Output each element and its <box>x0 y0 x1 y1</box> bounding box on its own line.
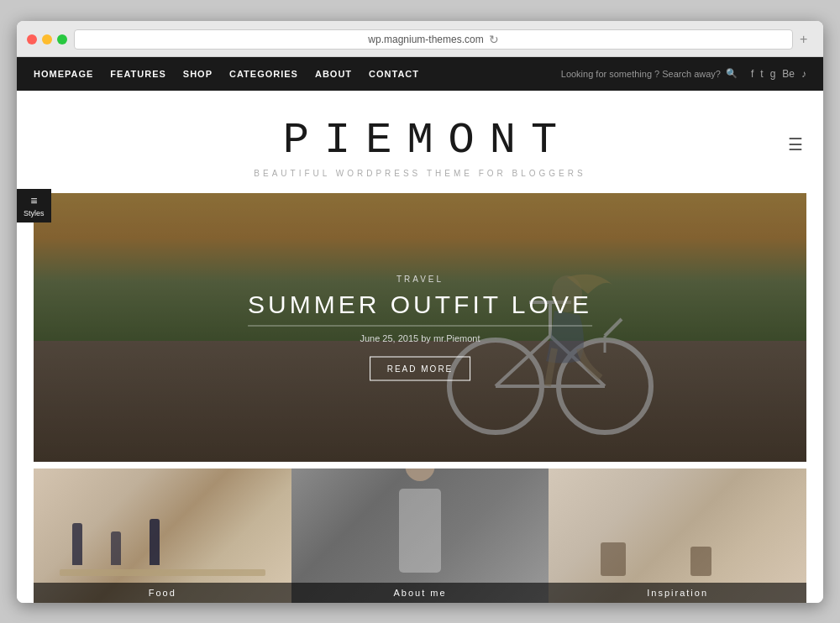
traffic-lights <box>27 34 67 44</box>
hero-content: TRAVEL SUMMER OUTFIT LOVE June 25, 2015 … <box>248 274 592 380</box>
site-header: PIEMONT BEAUTIFUL WORDPRESS THEME FOR BL… <box>17 91 823 186</box>
address-bar[interactable]: wp.magnium-themes.com ↻ <box>74 29 793 50</box>
hero-meta: June 25, 2015 by mr.Piemont <box>248 332 592 343</box>
hero-title: SUMMER OUTFIT LOVE <box>248 290 592 326</box>
nav-contact[interactable]: CONTACT <box>369 69 419 79</box>
facebook-icon[interactable]: f <box>751 68 753 80</box>
bottle-3 <box>150 519 160 565</box>
browser-chrome: wp.magnium-themes.com ↻ + <box>17 21 823 57</box>
person-figure <box>399 489 441 573</box>
site-title: PIEMONT <box>34 116 806 165</box>
nav-social: f t g Be ♪ <box>751 68 806 80</box>
behance-icon[interactable]: Be <box>782 68 795 80</box>
hamburger-menu-icon[interactable]: ☰ <box>788 134 803 154</box>
grid-label-about: About me <box>291 583 549 603</box>
refresh-icon[interactable]: ↻ <box>489 33 499 46</box>
chair-shape <box>601 542 626 576</box>
close-button[interactable] <box>27 34 37 44</box>
new-tab-button[interactable]: + <box>800 32 813 47</box>
read-more-button[interactable]: READ MORE <box>370 356 471 380</box>
person-head <box>405 469 434 481</box>
nav-features[interactable]: FEATURES <box>110 69 165 79</box>
nav-categories[interactable]: CATEGORIES <box>229 69 298 79</box>
nav-search-area: Looking for something ? Search away? 🔍 <box>561 68 738 79</box>
url-text: wp.magnium-themes.com <box>368 34 483 45</box>
search-placeholder-text: Looking for something ? Search away? <box>561 69 721 79</box>
bottom-grid: Food About me Inspiration <box>34 469 806 603</box>
nav-bar: HOMEPAGE FEATURES SHOP CATEGORIES ABOUT … <box>17 57 823 91</box>
shelf-decor <box>60 569 265 576</box>
nav-links: HOMEPAGE FEATURES SHOP CATEGORIES ABOUT … <box>34 69 561 79</box>
twitter-icon[interactable]: t <box>760 68 763 80</box>
styles-widget[interactable]: ≡ Styles <box>17 189 51 222</box>
nav-homepage[interactable]: HOMEPAGE <box>34 69 93 79</box>
grid-item-inspiration[interactable]: Inspiration <box>549 469 806 603</box>
chair-shape-2 <box>690 547 711 576</box>
grid-label-food: Food <box>34 583 291 603</box>
grid-item-about[interactable]: About me <box>291 469 549 603</box>
site-tagline: BEAUTIFUL WORDPRESS THEME FOR BLOGGERS <box>34 169 806 178</box>
nav-shop[interactable]: SHOP <box>183 69 213 79</box>
grid-label-inspiration: Inspiration <box>549 583 806 603</box>
search-icon[interactable]: 🔍 <box>726 68 738 79</box>
hero-section: TRAVEL SUMMER OUTFIT LOVE June 25, 2015 … <box>34 193 806 462</box>
maximize-button[interactable] <box>57 34 67 44</box>
music-icon[interactable]: ♪ <box>801 68 806 80</box>
bottle-1 <box>72 523 82 565</box>
browser-window: wp.magnium-themes.com ↻ + HOMEPAGE FEATU… <box>17 21 823 603</box>
styles-label: Styles <box>24 209 45 217</box>
hero-category: TRAVEL <box>248 274 592 283</box>
nav-about[interactable]: ABOUT <box>315 69 352 79</box>
grid-item-food[interactable]: Food <box>34 469 291 603</box>
styles-icon: ≡ <box>24 194 45 207</box>
bottle-2 <box>111 531 121 565</box>
minimize-button[interactable] <box>42 34 52 44</box>
gplus-icon[interactable]: g <box>770 68 776 80</box>
